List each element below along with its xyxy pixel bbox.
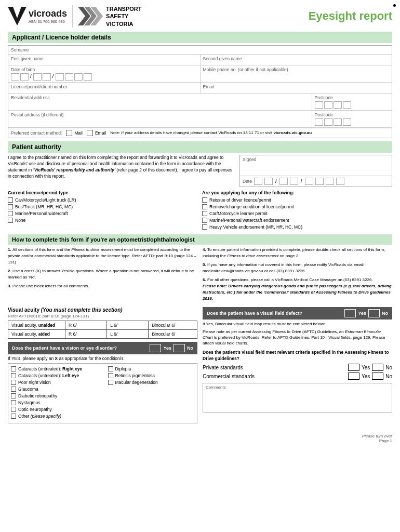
- sig-y2[interactable]: [315, 178, 324, 185]
- private-no-label: No: [385, 365, 392, 370]
- sig-y4[interactable]: [336, 178, 344, 185]
- unaided-bin[interactable]: Binocular 6/: [149, 321, 197, 329]
- eye-disorder-header: Does the patient have a vision or eye di…: [8, 342, 197, 354]
- commercial-yes-label: Yes: [362, 374, 370, 379]
- licence-check-2[interactable]: [8, 211, 13, 216]
- licence-check-0[interactable]: [8, 197, 13, 203]
- unaided-r[interactable]: R 6/: [65, 321, 107, 329]
- condition-check-5[interactable]: [11, 400, 16, 405]
- licence-check-3[interactable]: [8, 218, 13, 223]
- vf-yes-label: Yes: [358, 311, 366, 316]
- eye-disorder-if-yes: If YES, please apply an X as appropriate…: [8, 356, 197, 361]
- applying-for-header: Are you applying for any of the followin…: [202, 190, 392, 195]
- condition-check-3[interactable]: [11, 387, 16, 392]
- sig-y1[interactable]: [305, 178, 313, 185]
- pc2-2[interactable]: [324, 118, 332, 126]
- condition-check-r1[interactable]: [108, 373, 113, 378]
- aided-bin[interactable]: Binocular 6/: [149, 330, 197, 338]
- dob-d1[interactable]: [11, 73, 19, 81]
- private-no-box[interactable]: [372, 364, 383, 371]
- criteria-section: Does the patient's visual field meet rel…: [203, 350, 392, 380]
- dob-m2[interactable]: [43, 73, 51, 81]
- condition-check-r0[interactable]: [108, 366, 113, 371]
- applying-check-4[interactable]: [202, 224, 207, 230]
- patient-authority-section: Patient authority I agree to the practit…: [8, 141, 392, 187]
- dob-y3[interactable]: [74, 73, 83, 81]
- eye-disorder-no-box[interactable]: [174, 344, 185, 352]
- footer-right: Please turn over Page 1: [362, 434, 392, 443]
- website-link[interactable]: vicroads.vic.gov.au: [273, 130, 312, 135]
- licence-applying-section: Current licence/permit type Car/Motorcyc…: [8, 190, 392, 231]
- dob-m1[interactable]: [33, 73, 42, 81]
- dob-d2[interactable]: [20, 73, 29, 81]
- dob-y4[interactable]: [84, 73, 92, 81]
- visual-acuity-table: Visual acuity, unaided R 6/ L 6/ Binocul…: [8, 321, 197, 339]
- comments-label: Comments: [206, 385, 389, 390]
- condition-3: Glaucoma: [11, 387, 98, 392]
- email-radio[interactable]: [87, 130, 93, 136]
- svg-marker-0: [8, 7, 26, 25]
- sig-y3[interactable]: [326, 178, 334, 185]
- commercial-no-box[interactable]: [372, 373, 383, 380]
- unaided-label: Visual acuity, unaided: [8, 321, 65, 329]
- licence-check-1[interactable]: [8, 204, 13, 209]
- vf-note: Please note as per current Assessing Fit…: [203, 329, 392, 347]
- licence-label: Licence/permit/client number: [11, 84, 197, 89]
- condition-check-7[interactable]: [11, 414, 16, 419]
- private-label: Private standards: [203, 365, 348, 370]
- condition-check-r2[interactable]: [108, 380, 113, 385]
- sig-d2[interactable]: [264, 178, 273, 185]
- pa-content: I agree to the practitioner named on thi…: [8, 155, 392, 187]
- pc2[interactable]: [324, 101, 332, 109]
- applying-check-0[interactable]: [202, 197, 207, 203]
- commercial-yes-box[interactable]: [348, 373, 359, 380]
- applicant-form: Surname First given name Second given na…: [8, 45, 392, 138]
- applying-check-3[interactable]: [202, 218, 207, 223]
- aided-r[interactable]: R 6/: [65, 330, 107, 338]
- condition-6: Optic neuropathy: [11, 407, 98, 412]
- condition-check-0[interactable]: [11, 366, 16, 371]
- dob-mobile-row: Date of birth / / Mobi: [8, 65, 392, 83]
- pc1[interactable]: [315, 101, 323, 109]
- dob-y2[interactable]: [65, 73, 73, 81]
- eye-disorder-yes-box[interactable]: [150, 344, 161, 352]
- pc3[interactable]: [334, 101, 342, 109]
- comments-area[interactable]: [206, 390, 389, 410]
- applying-check-1[interactable]: [202, 204, 207, 209]
- condition-check-1[interactable]: [11, 373, 16, 378]
- pc2-3[interactable]: [334, 118, 342, 126]
- sig-m2[interactable]: [290, 178, 298, 185]
- unaided-l[interactable]: L 6/: [107, 321, 149, 329]
- preferred-label: Preferred contact method:: [11, 130, 62, 136]
- visual-field-header: Does the patient have a visual field def…: [203, 307, 392, 320]
- vf-yes-box[interactable]: [344, 309, 356, 317]
- mail-radio[interactable]: [66, 130, 72, 136]
- pc2-1[interactable]: [315, 118, 323, 126]
- condition-r0: Diplopia: [108, 366, 195, 371]
- sig-m1[interactable]: [279, 178, 288, 185]
- preferred-note: Note: If your address details have chang…: [110, 130, 312, 135]
- dob-y1[interactable]: [56, 73, 64, 81]
- pc2-4[interactable]: [343, 118, 351, 126]
- sig-d1[interactable]: [254, 178, 262, 185]
- pc4[interactable]: [343, 101, 351, 109]
- commercial-no-label: No: [385, 374, 392, 379]
- applying-check-2[interactable]: [202, 211, 207, 216]
- condition-check-6[interactable]: [11, 407, 16, 412]
- vf-no-box[interactable]: [368, 309, 380, 317]
- licence-label-3: None: [15, 218, 25, 223]
- disorder-left-col: Cataracts (untreated): Right eye Catarac…: [11, 366, 98, 420]
- email-option[interactable]: Email: [87, 130, 106, 136]
- condition-label-4: Diabetic retinopathy: [18, 393, 57, 398]
- condition-check-2[interactable]: [11, 380, 16, 385]
- visual-row-unaided: Visual acuity, unaided R 6/ L 6/ Binocul…: [8, 321, 197, 330]
- abn-text: ABN 61 760 960 480: [29, 19, 67, 24]
- condition-check-4[interactable]: [11, 393, 16, 398]
- first-name-cell: First given name: [8, 55, 201, 65]
- aided-l[interactable]: L 6/: [107, 330, 149, 338]
- disorder-columns: Cataracts (untreated): Right eye Catarac…: [11, 366, 194, 420]
- condition-label-2: Poor night vision: [18, 380, 51, 385]
- mail-option[interactable]: Mail: [66, 130, 83, 136]
- eye-disorder-yes-label: Yes: [163, 345, 171, 351]
- private-yes-box[interactable]: [348, 364, 359, 371]
